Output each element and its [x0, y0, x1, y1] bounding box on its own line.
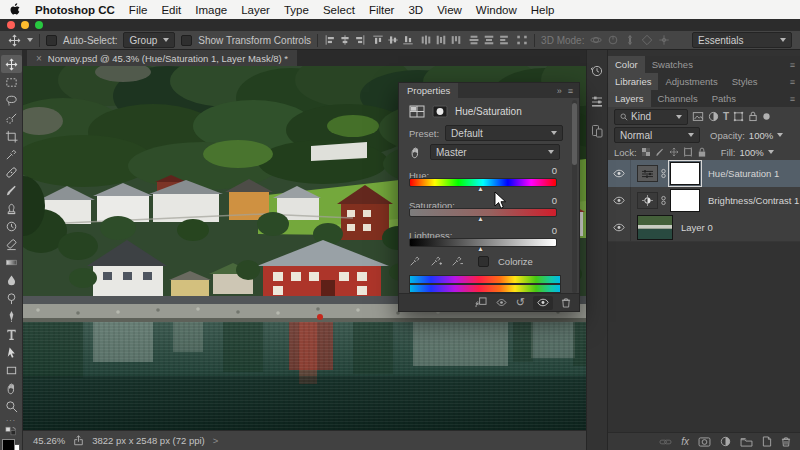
distribute-top-edges-icon[interactable] — [420, 34, 432, 46]
type-tool[interactable] — [1, 325, 22, 343]
tab-styles[interactable]: Styles — [725, 73, 765, 90]
panel-menu-icon[interactable]: ≡ — [790, 73, 800, 90]
menu-filter[interactable]: Filter — [369, 4, 395, 16]
panel-menu-icon[interactable]: ≡ — [790, 90, 800, 107]
distribute-right-edges-icon[interactable] — [498, 34, 510, 46]
zoom-tool[interactable] — [1, 397, 22, 415]
eraser-tool[interactable] — [1, 235, 22, 253]
new-layer-icon[interactable] — [762, 436, 772, 447]
align-bottom-edges-icon[interactable] — [402, 34, 414, 46]
pen-tool[interactable] — [1, 307, 22, 325]
distribute-vertical-centers-icon[interactable] — [435, 34, 447, 46]
saturation-value[interactable]: 0 — [552, 195, 557, 206]
filter-image-icon[interactable] — [692, 111, 704, 122]
new-adjustment-layer-icon[interactable] — [720, 436, 731, 447]
layer-style-fx-icon[interactable]: fx — [681, 436, 689, 447]
lightness-slider-thumb[interactable]: ▲ — [477, 245, 484, 252]
clone-stamp-tool[interactable] — [1, 199, 22, 217]
align-top-edges-icon[interactable] — [372, 34, 384, 46]
properties-panel-icon[interactable] — [590, 94, 604, 108]
tab-channels[interactable]: Channels — [651, 90, 705, 107]
distribute-bottom-edges-icon[interactable] — [450, 34, 462, 46]
zoom-window-button[interactable] — [35, 21, 43, 29]
channel-dropdown[interactable]: Master — [430, 144, 560, 160]
filter-adjustment-icon[interactable] — [708, 111, 719, 122]
share-icon[interactable] — [73, 435, 84, 446]
blend-mode-dropdown[interactable]: Normal — [614, 127, 700, 143]
delete-adjustment-icon[interactable] — [561, 297, 571, 308]
layer-row-layer0[interactable]: Layer 0 — [608, 214, 800, 242]
toggle-visibility-eye-button[interactable] — [533, 296, 553, 310]
filter-type-icon[interactable]: T — [723, 111, 729, 122]
swap-colors-icon[interactable] — [5, 426, 17, 436]
menu-help[interactable]: Help — [531, 4, 555, 16]
status-chevron-icon[interactable]: > — [213, 435, 219, 446]
add-layer-mask-icon[interactable] — [698, 437, 711, 447]
foreground-color-swatch[interactable] — [2, 439, 15, 450]
dodge-tool[interactable] — [1, 289, 22, 307]
menu-layer[interactable]: Layer — [241, 4, 270, 16]
clip-to-layer-icon[interactable] — [475, 297, 487, 308]
distribute-horizontal-centers-icon[interactable] — [483, 34, 495, 46]
layer-visibility-eye-icon[interactable] — [608, 214, 631, 241]
filter-smart-object-icon[interactable] — [748, 111, 758, 122]
align-horizontal-centers-icon[interactable] — [339, 34, 351, 46]
hue-value[interactable]: 0 — [552, 165, 557, 176]
delete-layer-icon[interactable] — [781, 436, 791, 447]
device-preview-panel-icon[interactable] — [590, 124, 604, 138]
minimize-window-button[interactable] — [21, 21, 29, 29]
panel-menu-icon[interactable]: ≡ — [790, 56, 800, 73]
tab-color[interactable]: Color — [608, 56, 645, 73]
distribute-spacing-icon[interactable] — [516, 34, 528, 46]
menu-window[interactable]: Window — [476, 4, 517, 16]
auto-select-target-dropdown[interactable]: Group — [123, 32, 175, 48]
close-window-button[interactable] — [7, 21, 15, 29]
align-left-edges-icon[interactable] — [324, 34, 336, 46]
menu-select[interactable]: Select — [323, 4, 355, 16]
move-tool-icon[interactable] — [8, 34, 21, 47]
move-tool[interactable] — [1, 55, 22, 73]
crop-tool[interactable] — [1, 127, 22, 145]
show-transform-checkbox[interactable] — [181, 35, 192, 46]
gradient-tool[interactable] — [1, 253, 22, 271]
menu-app-name[interactable]: Photoshop CC — [35, 4, 115, 16]
view-previous-state-icon[interactable] — [495, 298, 508, 307]
reset-adjustment-icon[interactable]: ↺ — [516, 296, 525, 309]
healing-brush-tool[interactable] — [1, 163, 22, 181]
tab-paths[interactable]: Paths — [705, 90, 743, 107]
eyedropper-subtract-icon[interactable] — [451, 255, 463, 267]
menu-view[interactable]: View — [437, 4, 462, 16]
layer-visibility-eye-icon[interactable] — [608, 160, 631, 187]
tab-swatches[interactable]: Swatches — [645, 56, 700, 73]
path-selection-tool[interactable] — [1, 343, 22, 361]
lock-position-icon[interactable] — [669, 147, 679, 157]
history-brush-tool[interactable] — [1, 217, 22, 235]
saturation-slider-thumb[interactable]: ▲ — [477, 215, 484, 222]
close-tab-icon[interactable]: × — [36, 53, 42, 64]
layer-visibility-eye-icon[interactable] — [608, 187, 631, 214]
hue-saturation-adjustment-icon[interactable] — [637, 165, 658, 182]
auto-select-checkbox[interactable] — [46, 35, 57, 46]
collapse-panel-icon[interactable]: » — [557, 86, 562, 96]
distribute-left-edges-icon[interactable] — [468, 34, 480, 46]
layer-name[interactable]: Hue/Saturation 1 — [708, 168, 779, 179]
colorize-checkbox[interactable] — [478, 256, 489, 267]
opacity-caret[interactable] — [777, 133, 783, 137]
fill-value[interactable]: 100% — [740, 147, 764, 158]
tab-adjustments[interactable]: Adjustments — [658, 73, 724, 90]
hand-tool[interactable] — [1, 379, 22, 397]
lasso-tool[interactable] — [1, 91, 22, 109]
rectangle-tool[interactable] — [1, 361, 22, 379]
lock-artboard-icon[interactable] — [683, 147, 693, 157]
tool-preset-caret[interactable] — [27, 38, 33, 42]
quick-selection-tool[interactable] — [1, 109, 22, 127]
layer-mask-thumbnail[interactable] — [670, 162, 700, 185]
lock-transparency-icon[interactable] — [641, 147, 651, 157]
new-group-icon[interactable] — [740, 437, 753, 447]
zoom-level-field[interactable]: 45.26% — [33, 435, 65, 446]
eyedropper-tool[interactable] — [1, 145, 22, 163]
panel-menu-icon[interactable]: ≡ — [568, 86, 573, 96]
layer-image-thumbnail[interactable] — [637, 215, 673, 240]
edit-toolbar-icon[interactable]: ··· — [6, 417, 16, 424]
layer-row-hue-saturation[interactable]: Hue/Saturation 1 — [608, 160, 800, 188]
